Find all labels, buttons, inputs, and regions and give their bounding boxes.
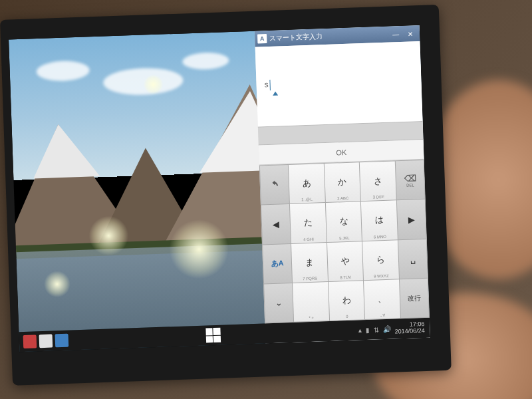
tray-up-icon[interactable]: ▴	[358, 327, 361, 334]
key-na[interactable]: な5 JKL	[326, 201, 362, 241]
screen: A スマート文字入力 — ✕ s OK あ1 .@/..	[9, 25, 430, 352]
undo-icon	[270, 180, 279, 190]
chevron-right-icon: ▶	[408, 214, 416, 224]
key-a[interactable]: あ1 .@/..	[289, 164, 325, 203]
delete-key[interactable]: ⌫ DEL	[396, 160, 425, 200]
keypad: あ1 .@/.. か2 ABC さ3 DEF ⌫ DEL ◀ た4 GHI な5…	[259, 160, 430, 324]
key-ta[interactable]: た4 GHI	[290, 203, 327, 243]
ime-panel: A スマート文字入力 — ✕ s OK あ1 .@/..	[255, 25, 430, 343]
backspace-icon: ⌫	[404, 173, 416, 184]
battery-icon[interactable]: ▮	[365, 326, 369, 333]
key-wa[interactable]: わ0	[329, 281, 365, 321]
key-ha[interactable]: は6 MNO	[361, 201, 398, 241]
ok-label: OK	[336, 148, 346, 156]
clock-date: 2014/06/24	[395, 328, 425, 335]
network-icon[interactable]: ⇅	[373, 326, 378, 333]
clock[interactable]: 17:06 2014/06/24	[394, 321, 425, 335]
hide-keyboard-key[interactable]: ⌄	[264, 283, 293, 323]
volume-icon[interactable]: 🔊	[382, 325, 390, 332]
right-key[interactable]: ▶	[397, 200, 426, 239]
ime-input-area[interactable]: s	[255, 41, 423, 127]
key-ka[interactable]: か2 ABC	[324, 162, 360, 202]
left-key[interactable]: ◀	[261, 204, 291, 244]
caret-handle-icon[interactable]	[273, 91, 278, 95]
enter-key[interactable]: 改行	[400, 279, 429, 319]
taskbar-app-3[interactable]	[55, 334, 69, 348]
key-symbol[interactable]: * +	[293, 282, 329, 322]
key-ma[interactable]: ま7 PQRS	[291, 243, 328, 283]
tablet-device: A スマート文字入力 — ✕ s OK あ1 .@/..	[0, 5, 452, 386]
chevron-down-icon: ⌄	[275, 298, 283, 308]
taskbar-app-1[interactable]	[23, 334, 37, 348]
key-ra[interactable]: ら9 WXYZ	[362, 240, 399, 280]
ime-input-value: s	[264, 80, 268, 89]
undo-key[interactable]	[260, 165, 289, 205]
ime-app-icon: A	[257, 34, 267, 43]
key-ya[interactable]: や8 TUV	[327, 241, 364, 281]
minimize-button[interactable]: —	[389, 29, 402, 39]
text-cursor	[269, 80, 271, 90]
taskbar-app-2[interactable]	[39, 334, 53, 348]
close-button[interactable]: ✕	[404, 29, 417, 39]
chevron-left-icon: ◀	[273, 219, 280, 229]
key-sa[interactable]: さ3 DEF	[360, 161, 396, 201]
ime-title-text: スマート文字入力	[269, 32, 323, 43]
key-punct[interactable]: 、.,?!	[364, 279, 400, 319]
space-key[interactable]: ␣	[398, 239, 428, 279]
mode-toggle-key[interactable]: あA	[263, 243, 292, 283]
system-tray[interactable]: ▴ ▮ ⇅ 🔊 17:06 2014/06/24	[358, 321, 430, 337]
space-icon: ␣	[410, 254, 416, 264]
start-button[interactable]	[205, 328, 221, 343]
